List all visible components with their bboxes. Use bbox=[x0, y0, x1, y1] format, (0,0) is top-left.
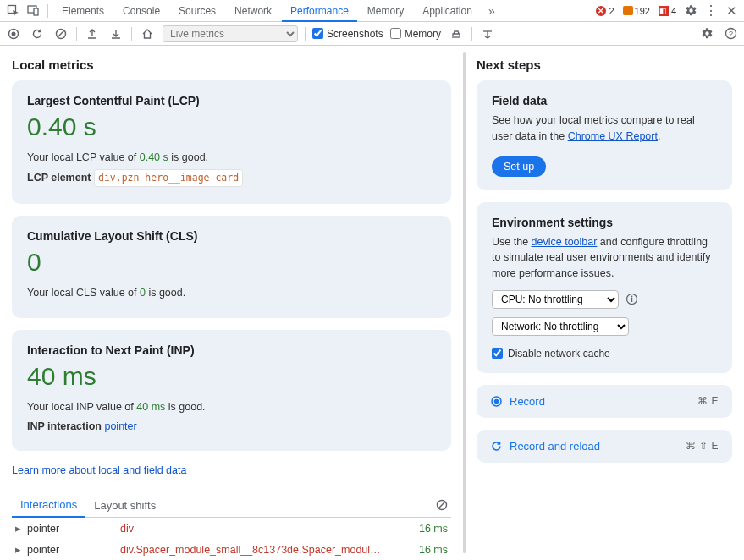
shortcuts-icon[interactable] bbox=[479, 25, 496, 42]
record-icon[interactable] bbox=[5, 25, 22, 42]
kebab-icon[interactable]: ⋮ bbox=[702, 2, 720, 20]
disable-cache-checkbox[interactable]: Disable network cache bbox=[492, 348, 717, 360]
record-reload-shortcut: ⌘ ⇧ E bbox=[686, 440, 719, 452]
record-reload-label: Record and reload bbox=[510, 440, 679, 453]
splitter[interactable] bbox=[463, 46, 468, 560]
warnings-badge[interactable]: 192 bbox=[623, 6, 650, 16]
field-data-text: See how your local metrics compare to re… bbox=[492, 113, 717, 145]
cls-assessment: Your local CLS value of 0 is good. bbox=[27, 285, 436, 301]
memory-checkbox[interactable]: Memory bbox=[390, 28, 441, 40]
svg-point-4 bbox=[12, 31, 16, 36]
record-dot-icon bbox=[490, 395, 503, 408]
interaction-type: pointer bbox=[27, 544, 120, 556]
field-data-card: Field data See how your local metrics co… bbox=[477, 80, 732, 190]
tab-memory[interactable]: Memory bbox=[359, 0, 412, 22]
svg-point-14 bbox=[631, 296, 633, 298]
panel-settings-icon[interactable] bbox=[698, 25, 715, 42]
network-throttle-select[interactable]: Network: No throttling bbox=[492, 317, 629, 336]
devtools-tabstrip: Elements Console Sources Network Perform… bbox=[0, 0, 744, 22]
svg-line-6 bbox=[58, 30, 64, 37]
record-card[interactable]: Record ⌘ E bbox=[477, 385, 732, 418]
tab-sources[interactable]: Sources bbox=[170, 0, 224, 22]
inp-value: 40 ms bbox=[27, 362, 436, 391]
env-text: Use the device toolbar and configure thr… bbox=[492, 234, 717, 282]
gc-icon[interactable] bbox=[448, 25, 465, 42]
issues-count: 4 bbox=[671, 6, 676, 16]
env-settings-card: Environment settings Use the device tool… bbox=[477, 202, 732, 373]
device-toolbar-icon[interactable] bbox=[24, 2, 42, 20]
tab-elements[interactable]: Elements bbox=[53, 0, 113, 22]
tab-network[interactable]: Network bbox=[226, 0, 280, 22]
clear-icon[interactable] bbox=[52, 25, 69, 42]
expand-icon[interactable]: ▸ bbox=[15, 543, 27, 556]
interaction-target: div.Spacer_module_small__8c1373de.Spacer… bbox=[120, 544, 397, 556]
next-steps-panel: Next steps Field data See how your local… bbox=[468, 46, 744, 560]
warnings-count: 192 bbox=[635, 6, 650, 16]
svg-line-12 bbox=[438, 502, 445, 508]
lcp-card: Largest Contentful Paint (LCP) 0.40 s Yo… bbox=[12, 80, 451, 204]
cpu-throttle-select[interactable]: CPU: No throttling bbox=[492, 290, 619, 309]
interaction-row[interactable]: ▸ pointer div.Spacer_module_small__8c137… bbox=[12, 539, 451, 560]
lcp-element-line: LCP element div.pzn-hero__image-card bbox=[27, 169, 436, 187]
lcp-assessment: Your local LCP value of 0.40 s is good. bbox=[27, 150, 436, 166]
interaction-row[interactable]: ▸ pointer div 16 ms bbox=[12, 518, 451, 539]
issues-badge[interactable]: ◧ 4 bbox=[659, 6, 676, 16]
record-reload-card[interactable]: Record and reload ⌘ ⇧ E bbox=[477, 430, 732, 463]
error-icon: ✕ bbox=[596, 6, 606, 16]
inp-card: Interaction to Next Paint (INP) 40 ms Yo… bbox=[12, 330, 451, 452]
clear-list-icon[interactable] bbox=[433, 496, 451, 514]
svg-rect-2 bbox=[34, 8, 38, 15]
reload-blue-icon bbox=[490, 440, 503, 453]
record-label: Record bbox=[510, 395, 691, 408]
tab-application[interactable]: Application bbox=[414, 0, 481, 22]
record-shortcut: ⌘ E bbox=[697, 395, 719, 407]
tab-interactions[interactable]: Interactions bbox=[12, 493, 85, 518]
help-icon[interactable]: ? bbox=[722, 25, 739, 42]
settings-icon[interactable] bbox=[681, 2, 700, 20]
svg-rect-15 bbox=[631, 298, 632, 302]
env-heading: Environment settings bbox=[492, 216, 717, 229]
svg-text:?: ? bbox=[728, 30, 732, 38]
tab-layout-shifts[interactable]: Layout shifts bbox=[85, 494, 164, 517]
inp-interaction-line: INP interaction pointer bbox=[27, 419, 436, 435]
setup-button[interactable]: Set up bbox=[492, 156, 546, 177]
field-data-heading: Field data bbox=[492, 94, 717, 107]
next-steps-title: Next steps bbox=[477, 58, 732, 72]
errors-count: 2 bbox=[609, 6, 614, 16]
cls-heading: Cumulative Layout Shift (CLS) bbox=[27, 229, 436, 243]
inp-interaction-link[interactable]: pointer bbox=[104, 420, 136, 432]
interaction-time: 16 ms bbox=[397, 544, 448, 556]
lcp-value: 0.40 s bbox=[27, 113, 436, 141]
perf-toolbar: Live metrics Screenshots Memory ? bbox=[0, 22, 744, 46]
close-icon[interactable]: ✕ bbox=[722, 2, 741, 20]
inp-assessment: Your local INP value of 40 ms is good. bbox=[27, 399, 436, 415]
learn-more-link[interactable]: Learn more about local and field data bbox=[12, 464, 186, 476]
interaction-target: div bbox=[120, 523, 397, 535]
local-metrics-title: Local metrics bbox=[12, 58, 451, 72]
cls-value: 0 bbox=[27, 248, 436, 277]
svg-point-17 bbox=[494, 398, 499, 404]
inp-heading: Interaction to Next Paint (INP) bbox=[27, 343, 436, 357]
issue-icon: ◧ bbox=[659, 6, 669, 16]
mode-select[interactable]: Live metrics bbox=[163, 25, 298, 42]
lcp-element-chip[interactable]: div.pzn-hero__image-card bbox=[94, 169, 243, 187]
home-icon[interactable] bbox=[139, 25, 156, 42]
more-tabs-icon[interactable]: » bbox=[482, 2, 501, 20]
errors-badge[interactable]: ✕ 2 bbox=[596, 6, 614, 16]
inspect-icon[interactable] bbox=[3, 2, 22, 20]
tab-console[interactable]: Console bbox=[114, 0, 168, 22]
cls-card: Cumulative Layout Shift (CLS) 0 Your loc… bbox=[12, 216, 451, 318]
screenshots-checkbox[interactable]: Screenshots bbox=[312, 28, 383, 40]
expand-icon[interactable]: ▸ bbox=[15, 522, 27, 535]
local-metrics-panel: Local metrics Largest Contentful Paint (… bbox=[0, 46, 463, 560]
info-icon[interactable] bbox=[626, 293, 638, 305]
download-icon[interactable] bbox=[107, 25, 124, 42]
reload-icon[interactable] bbox=[29, 25, 46, 42]
interaction-time: 16 ms bbox=[397, 523, 448, 535]
device-toolbar-link[interactable]: device toolbar bbox=[532, 236, 598, 248]
interaction-type: pointer bbox=[27, 523, 120, 535]
tab-performance[interactable]: Performance bbox=[282, 0, 357, 22]
lcp-heading: Largest Contentful Paint (LCP) bbox=[27, 94, 436, 107]
crux-link[interactable]: Chrome UX Report bbox=[568, 130, 658, 142]
upload-icon[interactable] bbox=[84, 25, 101, 42]
